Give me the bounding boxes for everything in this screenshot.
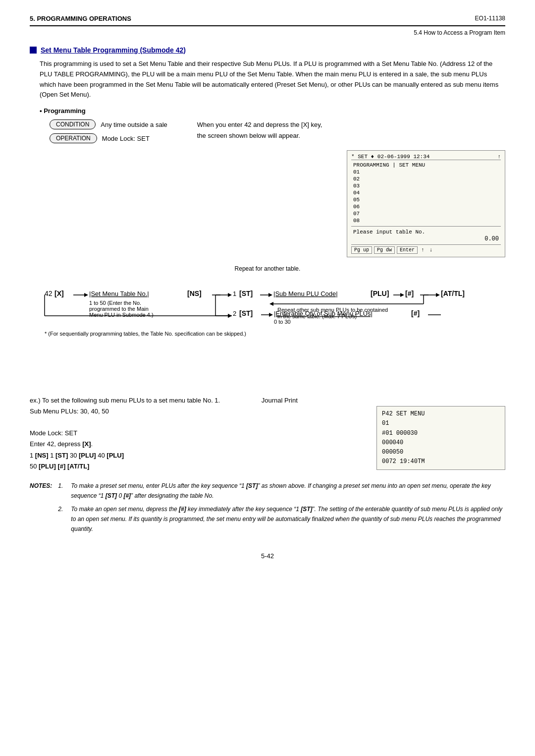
key-st-top: [ST] <box>239 290 253 297</box>
key-x: [X] <box>54 290 64 297</box>
lcd-row-03: 03 <box>351 182 501 189</box>
note-1: 1. To make a preset set menu, enter PLUs… <box>58 481 505 501</box>
note-1-line1: 1 to 50 (Enter the No. <box>89 300 141 306</box>
header-title: 5. PROGRAMMING OPERATIONS <box>30 15 131 22</box>
mode-lock: Mode Lock: SET <box>30 428 337 439</box>
flow-svg: 42 [X] |Set Menu Table No.| x [NS] <box>40 276 515 390</box>
num-1-top: 1 <box>233 290 236 297</box>
note-2-text: To make an open set menu, depress the [#… <box>71 504 505 534</box>
enter-42: Enter 42, depress [X]. <box>30 439 337 450</box>
example-row: Sub Menu PLUs: 30, 40, 50 Mode Lock: SET… <box>30 406 505 472</box>
notes-items: 1. To make a preset set menu, enter PLUs… <box>58 481 505 537</box>
lcd-menu-label: PROGRAMMING | SET MENU <box>351 162 501 169</box>
lcd-pgdw-btn[interactable]: Pg dw <box>374 246 395 254</box>
notes-label: NOTES: <box>30 481 52 537</box>
condition-badge: CONDITION <box>50 119 96 129</box>
lcd-row-01: 01 <box>351 169 501 175</box>
page-header: 5. PROGRAMMING OPERATIONS EO1-11138 <box>30 15 505 26</box>
lcd-row-06: 06 <box>351 203 501 210</box>
box-sub-plu: |Sub Menu PLU Code| <box>273 290 338 297</box>
lcd2-line2: 01 <box>382 419 500 428</box>
example-section: ex.) To set the following sub menu PLUs … <box>30 397 505 472</box>
step1-ex: 1 [NS] 1 [ST] 30 [PLU] 40 [PLU] <box>30 450 337 461</box>
screen-container: * SET ♦ 02-06-1999 12:34 ↑ PROGRAMMING |… <box>30 150 505 257</box>
flow-diagram: 42 [X] |Set Menu Table No.| x [NS] <box>40 276 495 392</box>
bottom-arrow-head <box>228 314 232 318</box>
lcd2-line6: 0072 19:40TM <box>382 457 500 466</box>
sub-menu-plus: Sub Menu PLUs: 30, 40, 50 <box>30 406 337 417</box>
step-42: 42 <box>45 290 53 297</box>
page-footer: 5-42 <box>30 552 505 560</box>
lcd2-line4: 000040 <box>382 438 500 448</box>
lcd-screen-2: P42 SET MENU 01 #01 000030 000040 000050… <box>376 406 505 470</box>
lcd-prompt: Please input table No. <box>351 229 501 235</box>
condition-right-line1: When you enter 42 and depress the [X] ke… <box>197 119 322 130</box>
header-doc-num: EO1-11138 <box>475 15 505 22</box>
repeat-label: Repeat for another table. <box>30 265 505 272</box>
top-fork-head <box>228 293 232 297</box>
loop-back-head <box>269 302 273 306</box>
arrow-st-bottom-head <box>269 313 273 317</box>
lcd-header: * SET ♦ 02-06-1999 12:34 ↑ <box>351 154 501 160</box>
lcd-header-left: * SET ♦ 02-06-1999 12:34 <box>351 154 429 160</box>
condition-area: CONDITION Any time outside a sale OPERAT… <box>50 119 505 143</box>
page-container: 5. PROGRAMMING OPERATIONS EO1-11138 5.4 … <box>0 0 535 756</box>
example-right: P42 SET MENU 01 #01 000030 000040 000050… <box>376 406 505 470</box>
lcd2-line3: #01 000030 <box>382 429 500 438</box>
section-title-text: Set Menu Table Programming (Submode 42) <box>41 46 186 54</box>
programming-label: • Programming <box>40 107 505 115</box>
notes-section: NOTES: 1. To make a preset set menu, ent… <box>30 481 505 537</box>
condition-right-line2: the screen shown below will appear. <box>197 130 322 141</box>
asterisk-note: * (For sequentially programming tables, … <box>45 331 246 337</box>
operation-text: Mode Lock: SET <box>102 135 150 142</box>
lcd-row-02: 02 <box>351 175 501 182</box>
key-hash-bottom: [#] <box>411 309 420 317</box>
lcd-row-08: 08 <box>351 217 501 224</box>
operation-badge: OPERATION <box>50 133 97 143</box>
note-2-num: 2. <box>58 504 68 534</box>
note-1-num: 1. <box>58 481 68 501</box>
key-x-bold: [X] <box>82 440 91 448</box>
condition-right: When you enter 42 and depress the [X] ke… <box>197 119 322 143</box>
key-attl: [AT/TL] <box>441 290 465 297</box>
lcd-down-arrow[interactable]: ↓ <box>428 246 434 254</box>
lcd-amount: 0.00 <box>351 235 501 242</box>
arrow-st-head <box>268 293 272 297</box>
condition-text: Any time outside a sale <box>101 121 167 128</box>
lcd-pgup-btn[interactable]: Pg up <box>351 246 372 254</box>
box-enterable: |Enterable Qty of Sub Menu PLUs| <box>274 310 373 317</box>
page-number: 5-42 <box>261 552 274 560</box>
step2-ex: 50 [PLU] [#] [AT/TL] <box>30 461 337 472</box>
num-2: 2 <box>233 310 236 317</box>
lcd-row-04: 04 <box>351 189 501 196</box>
arrow-head-1 <box>84 293 88 297</box>
box-set-menu-table: |Set Menu Table No.| <box>89 290 149 297</box>
operation-row: OPERATION Mode Lock: SET <box>50 133 167 143</box>
key-st-bottom: [ST] <box>239 309 253 317</box>
lcd-screen-1: * SET ♦ 02-06-1999 12:34 ↑ PROGRAMMING |… <box>347 150 505 257</box>
lcd-row-05: 05 <box>351 196 501 203</box>
bullet: • <box>40 107 44 115</box>
svg-marker-1 <box>436 293 440 297</box>
note-1-text: To make a preset set menu, enter PLUs af… <box>71 481 505 501</box>
notes-row: NOTES: 1. To make a preset set menu, ent… <box>30 481 505 537</box>
lcd-row-07: 07 <box>351 210 501 217</box>
lcd-enter-btn[interactable]: Enter <box>397 246 418 254</box>
journal-print: Journal Print <box>262 397 298 404</box>
note-range: 0 to 30 <box>274 319 291 325</box>
key-ns: [NS] <box>187 290 202 297</box>
lcd-up-arrow[interactable]: ↑ <box>420 246 426 254</box>
lcd-scroll-icon: ↑ <box>497 154 501 160</box>
note-2: 2. To make an open set menu, depress the… <box>58 504 505 534</box>
arrow-plu-head <box>400 293 404 297</box>
lcd-footer: Pg up Pg dw Enter ↑ ↓ <box>351 244 501 254</box>
section-body: This programming is used to set a Set Me… <box>40 59 505 100</box>
blue-square-icon <box>30 47 37 54</box>
example-left: Sub Menu PLUs: 30, 40, 50 Mode Lock: SET… <box>30 406 337 472</box>
lcd2-line5: 000050 <box>382 448 500 457</box>
note-1-line2: programmed to the Main <box>89 306 149 312</box>
key-plu-top: [PLU] <box>371 290 389 297</box>
lcd2-line1: P42 SET MENU <box>382 409 500 419</box>
sub-header: 5.4 How to Access a Program Item <box>30 29 505 36</box>
condition-row: CONDITION Any time outside a sale <box>50 119 167 129</box>
